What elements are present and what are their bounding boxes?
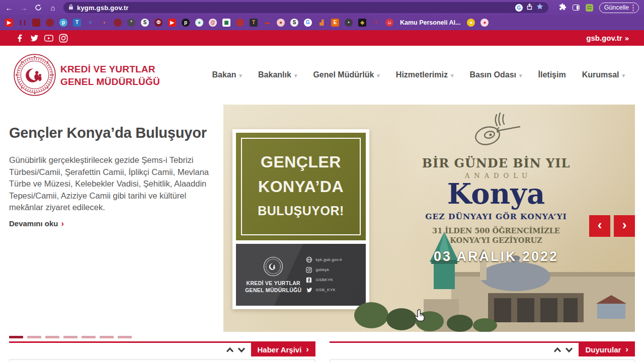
share-icon[interactable] [526, 3, 533, 12]
chart-orange-bookmark-icon[interactable]: ▟ [317, 19, 326, 27]
nav-basin-odasi[interactable]: Basın Odası▾ [470, 70, 522, 79]
red-bolt-bookmark-icon[interactable]: ϟ [372, 19, 380, 27]
at-pink-bookmark-icon[interactable]: @ [209, 19, 217, 27]
home-button[interactable]: ⌂ [47, 2, 58, 13]
crescent-orange-bookmark-icon[interactable]: ◖ [100, 19, 108, 27]
facebook-icon[interactable] [15, 34, 24, 43]
back-button[interactable]: ← [4, 2, 15, 13]
poster-footer: KREDİ VE YURTLAR GENEL MÜDÜRLÜĞÜ kyk.gsb… [236, 244, 366, 306]
nav-iletisim[interactable]: İletişim [538, 70, 566, 79]
dot-pink-bookmark-icon[interactable]: ● [277, 19, 285, 27]
black-badge-bookmark-icon[interactable]: ◆ [358, 19, 366, 27]
nav-label: İletişim [538, 70, 566, 79]
red-dash-bookmark-icon[interactable]: ▬ [263, 19, 271, 27]
youtube-icon[interactable] [44, 34, 53, 43]
twitter-icon[interactable] [30, 34, 39, 43]
dark-dot-bookmark-icon[interactable]: • [345, 19, 353, 27]
bell-yellow-bookmark-icon[interactable]: ● [467, 19, 475, 27]
nav-genel-mudurluk[interactable]: Genel Müdürlük▾ [313, 70, 379, 79]
carousel-dot-4[interactable] [63, 336, 77, 338]
poster-title-top: BİR GÜNDE BİN YIL [421, 156, 572, 170]
scroll-up-icon[interactable] [226, 347, 234, 353]
youtube-bookmark-icon[interactable]: ▶ [5, 19, 13, 27]
announcements-button[interactable]: Duyurular › [579, 343, 635, 356]
update-button[interactable]: Güncelle [599, 3, 639, 13]
maroon-circle-bookmark-icon[interactable] [46, 19, 54, 27]
org-name[interactable]: KREDİ VE YURTLAR GENEL MÜDÜRLÜĞÜ [60, 63, 160, 88]
nav-hizmetlerimiz[interactable]: Hizmetlerimiz▾ [396, 70, 454, 79]
pause-maroon-bookmark-icon[interactable]: ❙❙ [19, 19, 27, 27]
dark-emblem-bookmark-icon[interactable]: * [127, 19, 135, 27]
extensions-icon[interactable] [559, 3, 567, 13]
scroll-down-icon[interactable] [565, 347, 573, 353]
badge-line2: KONYA’DA [236, 174, 366, 199]
nav-label: Basın Odası [470, 70, 516, 79]
poster-contact-globe: kyk.gsb.gov.tr [306, 256, 361, 263]
s-white-2-bookmark-icon[interactable]: S [290, 19, 298, 27]
nav-bakanlik[interactable]: Bakanlık▾ [258, 70, 297, 79]
nav-bakan[interactable]: Bakan▾ [212, 70, 243, 79]
red-blob-bookmark-icon[interactable] [236, 19, 244, 27]
sheet-green-bookmark-icon[interactable]: ▦ [222, 19, 230, 27]
read-more-label: Devamını oku [9, 219, 58, 228]
pink-red-bookmark-icon[interactable]: ● [480, 19, 489, 27]
poster-date: 03 ARALIK 2022 [421, 249, 572, 264]
p-blue-bookmark-icon[interactable]: p [59, 19, 67, 27]
google-bookmark-icon[interactable]: G [304, 19, 312, 27]
red-square-bookmark-icon[interactable] [32, 19, 40, 27]
social-bar: gsb.gov.tr » [0, 30, 644, 46]
side-panel-icon[interactable] [573, 5, 580, 11]
bookmark-star-icon[interactable] [536, 3, 543, 12]
scroll-up-icon[interactable] [553, 347, 561, 353]
chevron-right-icon: › [306, 344, 309, 354]
carousel-dot-5[interactable] [82, 336, 96, 338]
t-blue-bookmark-icon[interactable]: T [73, 19, 81, 27]
phi-maroon-bookmark-icon[interactable]: Φ [154, 19, 163, 27]
org-name-line2: GENEL MÜDÜRLÜĞÜ [60, 75, 160, 88]
drop-teal-bookmark-icon[interactable]: ● [195, 19, 203, 27]
shield-dark-bookmark-icon[interactable]: T [250, 19, 258, 27]
carousel-dot-3[interactable] [45, 336, 59, 338]
translate-icon[interactable]: G [515, 4, 523, 12]
gsb-portal-link[interactable]: gsb.gov.tr » [586, 34, 629, 42]
maroon-circle-2-bookmark-icon[interactable] [114, 19, 122, 27]
carousel-dot-1[interactable] [9, 336, 23, 338]
chevron-right-icon: › [61, 219, 64, 229]
menu-icon[interactable] [632, 5, 634, 11]
carousel-next-button[interactable]: › [614, 215, 635, 237]
reload-icon[interactable] [33, 2, 44, 13]
browser-toolbar: ← → ⌂ kygm.gsb.gov.tr G [0, 0, 644, 15]
org-logo[interactable] [14, 54, 56, 96]
carousel-dot-7[interactable] [118, 336, 132, 338]
read-more-link[interactable]: Devamını oku › [9, 219, 64, 229]
scroll-down-icon[interactable] [237, 347, 246, 353]
youtube-2-bookmark-icon[interactable]: ▶ [168, 19, 176, 27]
p-black-bookmark-icon[interactable]: p [182, 19, 190, 27]
news-title: Gençler Konya’da Buluşuyor [9, 125, 216, 141]
url-text[interactable]: kygm.gsb.gov.tr [77, 4, 128, 12]
tughra-icon [461, 110, 531, 153]
instagram-icon [306, 266, 312, 273]
news-archive-button[interactable]: Haber Arşivi › [251, 343, 316, 356]
nav-kurumsal[interactable]: Kurumsal▾ [582, 70, 625, 79]
chevron-right-icon: › [622, 217, 627, 233]
address-bar[interactable]: kygm.gsb.gov.tr G [63, 2, 548, 13]
main-nav: Bakan▾Bakanlık▾Genel Müdürlük▾Hizmetleri… [212, 46, 625, 104]
poster-info-line2: KONYA’YI GEZİYORUZ [421, 235, 572, 245]
poster-badge: GENÇLER KONYA’DA BULUŞUYOR! [236, 133, 366, 240]
forward-button[interactable]: → [18, 2, 29, 13]
instagram-icon[interactable] [59, 34, 68, 43]
carousel-dot-2[interactable] [27, 336, 41, 338]
chevron-left-icon: ‹ [598, 217, 602, 233]
nav-label: Hizmetlerimiz [396, 70, 448, 79]
s-white-bookmark-icon[interactable]: S [141, 19, 149, 27]
extension-icon[interactable] [586, 4, 593, 12]
carousel-dot-6[interactable] [100, 336, 114, 338]
e-orange-bookmark-icon[interactable]: E [331, 19, 339, 27]
news-carousel[interactable]: GENÇLER KONYA’DA BULUŞUYOR! [223, 105, 635, 332]
kamu-personeli-bookmark-icon[interactable]: ☺ [385, 19, 393, 27]
lines-blue-bookmark-icon[interactable]: ≡ [87, 19, 95, 27]
poster-contact-twitter: GSB_KYK [306, 287, 361, 293]
carousel-prev-button[interactable]: ‹ [589, 215, 610, 237]
bookmark-label[interactable]: Kamu Personeli Al... [400, 19, 460, 26]
